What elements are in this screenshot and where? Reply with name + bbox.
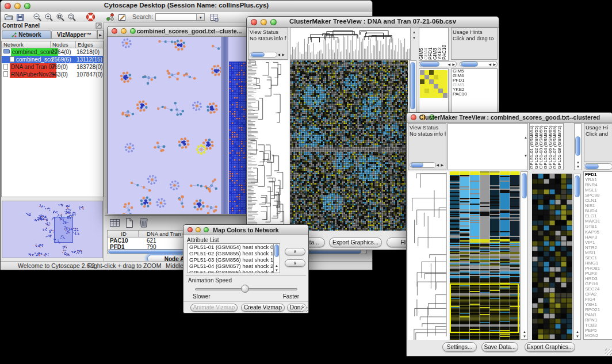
gene-label[interactable]: MSI1 bbox=[584, 250, 612, 255]
tv1-detail-hscrollbar[interactable] bbox=[419, 61, 457, 67]
gene-label[interactable]: MSL1 bbox=[584, 187, 612, 193]
column-label[interactable]: GPL51-08 (GSM872) bbox=[557, 124, 562, 170]
scroll-down-icon[interactable] bbox=[524, 154, 527, 158]
scroll-left-icon[interactable] bbox=[277, 53, 280, 56]
column-label[interactable]: PAC10 bbox=[442, 28, 447, 60]
gene-label[interactable]: SEC1 bbox=[584, 255, 612, 260]
network-row-combined-sco-selected[interactable]: combined_sco 2569(6) 13112(15) bbox=[2, 56, 103, 63]
row-label[interactable]: PAC10 bbox=[452, 92, 497, 97]
gene-label[interactable]: PFD1 bbox=[584, 172, 612, 177]
gene-label[interactable]: GPI16 bbox=[584, 281, 612, 286]
zoom-fit-button[interactable] bbox=[67, 13, 76, 22]
network-row-rnapuber[interactable]: RNAPuberNov2+ 563(0) 107847(0) bbox=[2, 71, 103, 78]
float-panel-icon[interactable] bbox=[95, 22, 102, 29]
gene-label[interactable]: TCB3 bbox=[584, 323, 612, 328]
save-button[interactable] bbox=[16, 13, 25, 22]
scroll-right-icon[interactable] bbox=[282, 53, 285, 56]
gene-label[interactable]: PEP5 bbox=[584, 328, 612, 333]
scroll-up-icon[interactable] bbox=[576, 330, 579, 334]
scroll-up-icon[interactable] bbox=[524, 136, 527, 139]
gene-label[interactable]: NIS1 bbox=[584, 203, 612, 208]
scroll-down-icon[interactable] bbox=[576, 335, 579, 338]
help-button[interactable] bbox=[86, 12, 95, 22]
attribute-list-item[interactable]: GPL51-01 (GSM854) heat shock 05 min bbox=[188, 244, 280, 250]
gene-label[interactable]: SEC24 bbox=[584, 286, 612, 292]
gene-label[interactable]: CPA2 bbox=[584, 292, 612, 297]
gene-label[interactable]: RPN1 bbox=[584, 317, 612, 323]
node-tools-button[interactable] bbox=[106, 13, 115, 22]
network-view-titlebar[interactable]: combined_scores_good.txt--cluste... bbox=[108, 26, 250, 37]
edges-column-header[interactable]: Edges bbox=[76, 41, 104, 48]
attribute-list-vscrollbar[interactable] bbox=[273, 243, 280, 273]
scro ll-right-icon[interactable] bbox=[493, 63, 496, 66]
scroll-up-icon[interactable] bbox=[412, 30, 416, 34]
network-row-dna-tran[interactable]: DNA and Tran 07 769(0) 183728(0) bbox=[2, 63, 103, 71]
tv2-vscrollbar[interactable] bbox=[521, 171, 528, 340]
tv2-export-graphics-button[interactable]: Export Graphics... bbox=[525, 342, 575, 352]
move-down-button[interactable]: ∨ bbox=[285, 259, 305, 267]
tv2-save-data-button[interactable]: Save Data... bbox=[481, 342, 518, 352]
tv2-detail-heatmap[interactable] bbox=[532, 174, 572, 340]
tab-overflow-button[interactable]: ▶ bbox=[97, 30, 104, 39]
gene-label[interactable]: YRA1 bbox=[584, 177, 612, 182]
tv1-heatmap[interactable] bbox=[290, 60, 408, 231]
birdseye-view[interactable] bbox=[2, 201, 103, 258]
tv1-hints-hscrollbar[interactable] bbox=[460, 61, 498, 67]
gene-label[interactable]: MAK31 bbox=[584, 219, 612, 224]
resize-grip[interactable] bbox=[301, 305, 308, 312]
gene-label[interactable]: CLN1 bbox=[584, 198, 612, 203]
nodes-column-header[interactable]: Nodes bbox=[51, 41, 76, 48]
scroll-left-icon[interactable] bbox=[436, 163, 439, 167]
scroll-down-icon[interactable] bbox=[275, 269, 278, 272]
tv2-column-dendrogram[interactable] bbox=[447, 123, 528, 170]
move-up-button[interactable]: ∧ bbox=[285, 248, 305, 255]
scroll-up-icon[interactable] bbox=[275, 264, 278, 267]
tv1-status-hscrollbar[interactable] bbox=[250, 52, 277, 58]
scroll-left-icon[interactable] bbox=[447, 63, 450, 66]
tv2-settings-button[interactable]: Settings... bbox=[442, 342, 477, 352]
tv2-row-dendrogram[interactable] bbox=[408, 171, 449, 340]
network-canvas-view[interactable] bbox=[108, 37, 250, 213]
dialog-titlebar[interactable]: Map Colors to Network bbox=[183, 225, 308, 235]
attribute-list-item[interactable]: GPL51-04 (GSM857) heat shock 20 min bbox=[188, 263, 280, 269]
zoom-out-button[interactable] bbox=[33, 13, 42, 22]
main-titlebar[interactable]: Cytoscape Desktop (Session Name: collins… bbox=[1, 1, 372, 12]
minimize-button[interactable] bbox=[121, 28, 127, 34]
gene-label[interactable]: VIP1 bbox=[584, 240, 612, 245]
resize-grip[interactable] bbox=[605, 348, 612, 355]
gene-label[interactable]: GTB1 bbox=[584, 224, 612, 229]
attribute-list-item[interactable]: GPL51-06 (GSM865) heat shock 40 min bbox=[188, 269, 280, 273]
scroll-down-icon[interactable] bbox=[576, 165, 580, 168]
gene-label[interactable]: PAN1 bbox=[584, 312, 612, 317]
gene-label[interactable]: HMG1 bbox=[584, 260, 612, 266]
treeview2-titlebar[interactable]: ClusterMaker TreeView : combined_scores_… bbox=[407, 113, 612, 123]
gene-label[interactable]: SPC98 bbox=[584, 193, 612, 198]
gene-label[interactable]: YSH1 bbox=[584, 302, 612, 307]
scroll-left-icon[interactable] bbox=[488, 63, 491, 66]
attribute-listbox[interactable]: GPL51-01 (GSM854) heat shock 05 minGPL51… bbox=[187, 243, 280, 273]
id-column-header[interactable]: ID bbox=[108, 231, 139, 237]
gene-label[interactable]: BUD4 bbox=[584, 208, 612, 213]
scroll-up-icon[interactable] bbox=[523, 330, 526, 334]
gene-label[interactable]: RNR4 bbox=[584, 182, 612, 187]
tab-network[interactable]: Network bbox=[2, 30, 51, 39]
delete-attribute-button[interactable] bbox=[138, 217, 150, 228]
search-dropdown-button[interactable]: ▾ bbox=[197, 13, 205, 21]
gene-label[interactable]: NTR2 bbox=[584, 245, 612, 250]
tv1-export-graphics-button[interactable]: Export Graphics... bbox=[329, 237, 382, 247]
tv2-labels-vscrollbar[interactable] bbox=[574, 123, 582, 170]
attribute-list-item[interactable]: GPL51-03 (GSM856) heat shock 15 min bbox=[188, 256, 280, 263]
animation-speed-slider-thumb[interactable] bbox=[241, 285, 249, 293]
scroll-right-icon[interactable] bbox=[452, 63, 455, 66]
gene-label[interactable]: HRD3 bbox=[584, 276, 612, 281]
gene-label[interactable]: PHO81 bbox=[584, 266, 612, 271]
open-file-button[interactable] bbox=[4, 13, 13, 22]
attribute-list-item[interactable]: GPL51-02 (GSM855) heat shock 10 min bbox=[188, 250, 280, 256]
tv2-status-hscrollbar[interactable] bbox=[410, 162, 436, 168]
network-row-combined-scores[interactable]: combined_scores 2764(0) 16218(0) bbox=[2, 48, 103, 56]
close-button[interactable] bbox=[112, 28, 117, 34]
scroll-down-icon[interactable] bbox=[523, 335, 526, 338]
new-attribute-button[interactable] bbox=[124, 217, 135, 228]
tv1-column-dendrogram[interactable] bbox=[290, 28, 411, 60]
tv2-selection-rectangle[interactable] bbox=[450, 283, 519, 333]
